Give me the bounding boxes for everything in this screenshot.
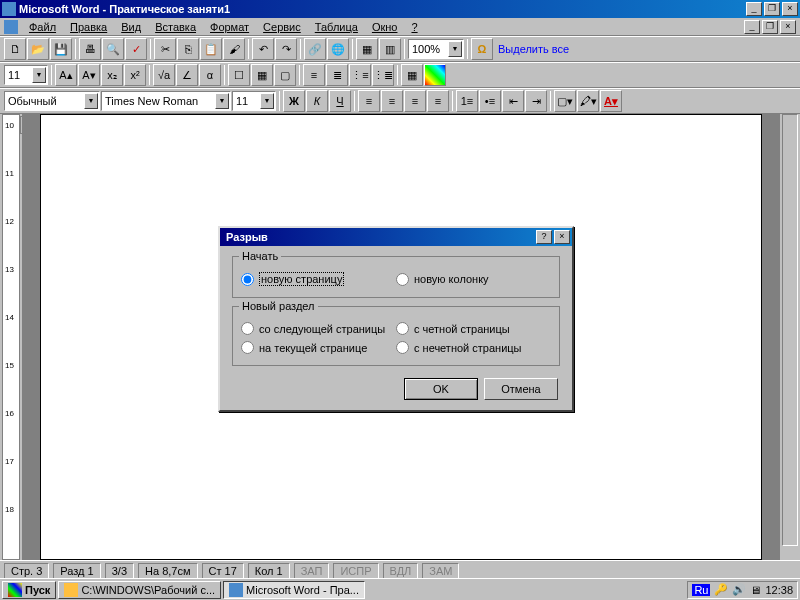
status-ext[interactable]: ВДЛ — [383, 563, 419, 579]
menu-file[interactable]: Файл — [22, 19, 63, 35]
font-combo[interactable]: Times New Roman▼ — [101, 91, 231, 111]
tray-icon-2[interactable]: 🔊 — [732, 583, 746, 596]
status-rec[interactable]: ЗАП — [294, 563, 330, 579]
list3-icon[interactable]: ⋮≡ — [349, 64, 371, 86]
menu-help[interactable]: ? — [404, 19, 424, 35]
status-at: На 8,7см — [138, 563, 197, 579]
status-ovr[interactable]: ЗАМ — [422, 563, 459, 579]
cancel-button[interactable]: Отмена — [484, 378, 558, 400]
align-justify-icon[interactable]: ≡ — [427, 90, 449, 112]
menu-edit[interactable]: Правка — [63, 19, 114, 35]
print-icon[interactable]: 🖶 — [79, 38, 101, 60]
lang-indicator[interactable]: Ru — [692, 584, 710, 596]
radio-odd-page[interactable]: с нечетной страницы — [396, 338, 551, 357]
vertical-scrollbar[interactable] — [782, 114, 798, 546]
grow-font-icon[interactable]: A▴ — [55, 64, 77, 86]
alpha-icon[interactable]: α — [199, 64, 221, 86]
align-center-icon[interactable]: ≡ — [381, 90, 403, 112]
superscript-icon[interactable]: x² — [124, 64, 146, 86]
align-left-icon[interactable]: ≡ — [358, 90, 380, 112]
radio-even-page[interactable]: с четной страницы — [396, 319, 551, 338]
start-button[interactable]: Пуск — [2, 581, 56, 599]
border-out-icon[interactable]: ▢ — [274, 64, 296, 86]
dialog-help-button[interactable]: ? — [536, 230, 552, 244]
redo-icon[interactable]: ↷ — [275, 38, 297, 60]
taskbar-item-explorer[interactable]: C:\WINDOWS\Рабочий с... — [58, 581, 221, 599]
select-all-link[interactable]: Выделить все — [494, 43, 573, 55]
zoom-combo[interactable]: 100%▼ — [408, 39, 464, 59]
doc-restore-button[interactable]: ❐ — [762, 20, 778, 34]
bullets-icon[interactable]: •≡ — [479, 90, 501, 112]
align-right-icon[interactable]: ≡ — [404, 90, 426, 112]
list4-icon[interactable]: ⋮≣ — [372, 64, 394, 86]
web-toolbar-icon[interactable]: 🌐 — [327, 38, 349, 60]
new-doc-icon[interactable]: 🗋 — [4, 38, 26, 60]
preview-icon[interactable]: 🔍 — [102, 38, 124, 60]
clock[interactable]: 12:38 — [765, 584, 793, 596]
taskbar-item-word[interactable]: Microsoft Word - Пра... — [223, 581, 365, 599]
sqrt-icon[interactable]: √a — [153, 64, 175, 86]
cut-icon[interactable]: ✂ — [154, 38, 176, 60]
taskbar: Пуск C:\WINDOWS\Рабочий с... Microsoft W… — [0, 578, 800, 600]
dialog-close-button[interactable]: × — [554, 230, 570, 244]
doc-icon — [4, 20, 18, 34]
shrink-font-icon[interactable]: A▾ — [78, 64, 100, 86]
menu-view[interactable]: Вид — [114, 19, 148, 35]
symbol-icon[interactable]: Ω — [471, 38, 493, 60]
outdent-icon[interactable]: ⇤ — [502, 90, 524, 112]
system-tray[interactable]: Ru 🔑 🔊 🖥 12:38 — [687, 581, 798, 599]
radio-new-column[interactable]: новую колонку — [396, 269, 551, 289]
paste-icon[interactable]: 📋 — [200, 38, 222, 60]
close-button[interactable]: × — [782, 2, 798, 16]
list1-icon[interactable]: ≡ — [303, 64, 325, 86]
doc-minimize-button[interactable]: _ — [744, 20, 760, 34]
ok-button[interactable]: OK — [404, 378, 478, 400]
radio-new-page[interactable]: новую страницу — [241, 269, 396, 289]
border-all-icon[interactable]: ▦ — [251, 64, 273, 86]
windows-logo-icon — [8, 583, 22, 597]
size2-combo[interactable]: 11▼ — [4, 65, 48, 85]
radio-continuous[interactable]: на текущей странице — [241, 338, 396, 357]
hyperlink-icon[interactable]: 🔗 — [304, 38, 326, 60]
border-none-icon[interactable]: ☐ — [228, 64, 250, 86]
undo-icon[interactable]: ↶ — [252, 38, 274, 60]
restore-button[interactable]: ❐ — [764, 2, 780, 16]
subscript-icon[interactable]: x₂ — [101, 64, 123, 86]
menu-tools[interactable]: Сервис — [256, 19, 308, 35]
table-icon[interactable]: ▦ — [401, 64, 423, 86]
status-bar: Стр. 3 Разд 1 3/3 На 8,7см Ст 17 Кол 1 З… — [0, 560, 800, 580]
angle-icon[interactable]: ∠ — [176, 64, 198, 86]
bold-button[interactable]: Ж — [283, 90, 305, 112]
spellcheck-icon[interactable]: ✓ — [125, 38, 147, 60]
insert-table-icon[interactable]: ▥ — [379, 38, 401, 60]
minimize-button[interactable]: _ — [746, 2, 762, 16]
numbering-icon[interactable]: 1≡ — [456, 90, 478, 112]
fontsize-combo[interactable]: 11▼ — [232, 91, 276, 111]
borders-icon[interactable]: ▢▾ — [554, 90, 576, 112]
copy-icon[interactable]: ⎘ — [177, 38, 199, 60]
style-combo[interactable]: Обычный▼ — [4, 91, 100, 111]
list2-icon[interactable]: ≣ — [326, 64, 348, 86]
color-table-icon[interactable] — [424, 64, 446, 86]
menu-bar: Файл Правка Вид Вставка Формат Сервис Та… — [0, 18, 800, 36]
tray-icon-3[interactable]: 🖥 — [750, 584, 761, 596]
vertical-ruler[interactable]: 101112131415161718 — [2, 114, 20, 560]
save-icon[interactable]: 💾 — [50, 38, 72, 60]
menu-insert[interactable]: Вставка — [148, 19, 203, 35]
radio-next-page[interactable]: со следующей страницы — [241, 319, 396, 338]
tray-icon-1[interactable]: 🔑 — [714, 583, 728, 596]
font-color-icon[interactable]: A▾ — [600, 90, 622, 112]
underline-button[interactable]: Ч — [329, 90, 351, 112]
doc-close-button[interactable]: × — [780, 20, 796, 34]
status-trk[interactable]: ИСПР — [333, 563, 378, 579]
menu-table[interactable]: Таблица — [308, 19, 365, 35]
italic-button[interactable]: К — [306, 90, 328, 112]
break-dialog: Разрыв ? × новую страницу новую колонку … — [218, 226, 574, 412]
format-painter-icon[interactable]: 🖌 — [223, 38, 245, 60]
menu-window[interactable]: Окно — [365, 19, 405, 35]
open-icon[interactable]: 📂 — [27, 38, 49, 60]
indent-icon[interactable]: ⇥ — [525, 90, 547, 112]
tables-borders-icon[interactable]: ▦ — [356, 38, 378, 60]
menu-format[interactable]: Формат — [203, 19, 256, 35]
highlight-icon[interactable]: 🖍▾ — [577, 90, 599, 112]
